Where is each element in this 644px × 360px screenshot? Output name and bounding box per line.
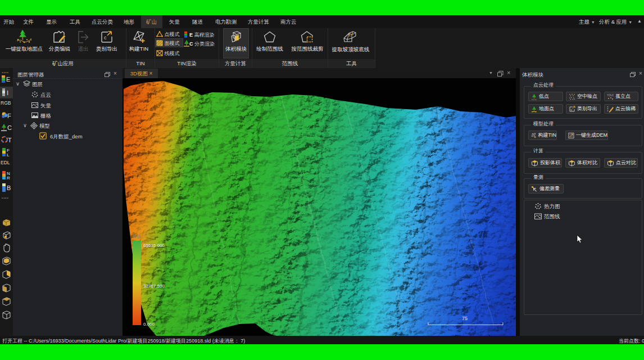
svg-text:B: B: [7, 184, 11, 191]
svg-text:I: I: [7, 89, 8, 96]
svg-text:海拔: 海拔: [132, 234, 141, 239]
svg-text:c: c: [104, 35, 107, 40]
svg-text:F: F: [7, 112, 11, 119]
svg-text:R: R: [7, 176, 10, 180]
svg-text:75: 75: [462, 316, 468, 321]
svg-text:0.000: 0.000: [143, 322, 155, 327]
svg-text:C: C: [7, 124, 12, 131]
svg-text:65535.000: 65535.000: [143, 243, 165, 248]
svg-text:L: L: [7, 152, 10, 157]
svg-text:YOLO: YOLO: [607, 94, 614, 97]
svg-text:E: E: [6, 76, 10, 83]
svg-text:c: c: [570, 107, 572, 111]
svg-text:T: T: [8, 137, 12, 143]
svg-text:32767.500: 32767.500: [143, 284, 165, 289]
